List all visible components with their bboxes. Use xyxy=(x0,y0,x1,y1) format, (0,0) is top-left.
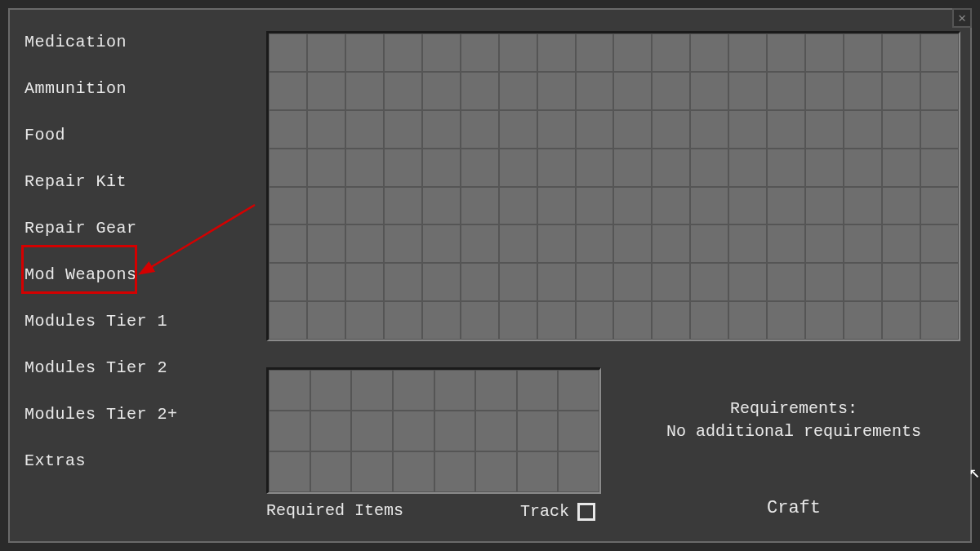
grid-cell[interactable] xyxy=(920,187,959,225)
grid-cell[interactable] xyxy=(690,187,728,225)
grid-cell[interactable] xyxy=(576,72,614,110)
grid-cell[interactable] xyxy=(805,263,844,301)
grid-cell[interactable] xyxy=(613,263,652,301)
grid-cell[interactable] xyxy=(310,451,352,492)
grid-cell[interactable] xyxy=(517,451,559,492)
grid-cell[interactable] xyxy=(422,72,461,110)
grid-cell[interactable] xyxy=(345,263,384,301)
grid-cell[interactable] xyxy=(728,187,767,225)
grid-cell[interactable] xyxy=(844,110,882,149)
grid-cell[interactable] xyxy=(728,33,767,72)
grid-cell[interactable] xyxy=(576,263,614,301)
grid-cell[interactable] xyxy=(690,263,728,301)
grid-cell[interactable] xyxy=(576,33,614,72)
track-checkbox[interactable] xyxy=(577,503,595,521)
grid-cell[interactable] xyxy=(351,370,393,411)
grid-cell[interactable] xyxy=(310,411,352,451)
grid-cell[interactable] xyxy=(384,301,422,340)
grid-cell[interactable] xyxy=(652,33,690,72)
grid-cell[interactable] xyxy=(461,110,499,149)
grid-cell[interactable] xyxy=(537,33,576,72)
grid-cell[interactable] xyxy=(844,72,882,110)
grid-cell[interactable] xyxy=(422,301,461,340)
grid-cell[interactable] xyxy=(844,301,882,340)
grid-cell[interactable] xyxy=(475,411,517,451)
grid-cell[interactable] xyxy=(422,33,461,72)
grid-cell[interactable] xyxy=(307,263,345,301)
grid-cell[interactable] xyxy=(576,110,614,149)
grid-cell[interactable] xyxy=(422,263,461,301)
grid-cell[interactable] xyxy=(728,263,767,301)
grid-cell[interactable] xyxy=(882,149,920,187)
grid-cell[interactable] xyxy=(882,301,920,340)
grid-cell[interactable] xyxy=(537,72,576,110)
grid-cell[interactable] xyxy=(461,149,499,187)
grid-cell[interactable] xyxy=(345,187,384,225)
grid-cell[interactable] xyxy=(499,263,537,301)
grid-cell[interactable] xyxy=(690,110,728,149)
grid-cell[interactable] xyxy=(613,187,652,225)
grid-cell[interactable] xyxy=(805,110,844,149)
grid-cell[interactable] xyxy=(384,110,422,149)
grid-cell[interactable] xyxy=(920,149,959,187)
recipe-grid[interactable] xyxy=(266,31,960,341)
grid-cell[interactable] xyxy=(345,149,384,187)
grid-cell[interactable] xyxy=(269,72,307,110)
grid-cell[interactable] xyxy=(652,110,690,149)
grid-cell[interactable] xyxy=(690,224,728,263)
grid-cell[interactable] xyxy=(805,224,844,263)
grid-cell[interactable] xyxy=(422,224,461,263)
grid-cell[interactable] xyxy=(652,72,690,110)
grid-cell[interactable] xyxy=(269,187,307,225)
grid-cell[interactable] xyxy=(461,187,499,225)
grid-cell[interactable] xyxy=(613,301,652,340)
grid-cell[interactable] xyxy=(690,301,728,340)
grid-cell[interactable] xyxy=(613,72,652,110)
grid-cell[interactable] xyxy=(652,263,690,301)
grid-cell[interactable] xyxy=(475,451,517,492)
grid-cell[interactable] xyxy=(307,187,345,225)
grid-cell[interactable] xyxy=(422,110,461,149)
grid-cell[interactable] xyxy=(499,149,537,187)
grid-cell[interactable] xyxy=(844,187,882,225)
grid-cell[interactable] xyxy=(558,411,599,451)
grid-cell[interactable] xyxy=(728,149,767,187)
grid-cell[interactable] xyxy=(384,224,422,263)
grid-cell[interactable] xyxy=(920,301,959,340)
sidebar-item-modules-tier-2plus[interactable]: Modules Tier 2+ xyxy=(21,403,234,425)
grid-cell[interactable] xyxy=(690,72,728,110)
grid-cell[interactable] xyxy=(384,187,422,225)
grid-cell[interactable] xyxy=(351,411,393,451)
grid-cell[interactable] xyxy=(434,451,476,492)
grid-cell[interactable] xyxy=(652,187,690,225)
grid-cell[interactable] xyxy=(499,110,537,149)
grid-cell[interactable] xyxy=(475,370,517,411)
grid-cell[interactable] xyxy=(920,224,959,263)
grid-cell[interactable] xyxy=(517,411,559,451)
grid-cell[interactable] xyxy=(393,411,434,451)
grid-cell[interactable] xyxy=(882,72,920,110)
sidebar-item-food[interactable]: Food xyxy=(21,124,234,146)
grid-cell[interactable] xyxy=(461,301,499,340)
sidebar-item-repair-gear[interactable]: Repair Gear xyxy=(21,217,234,239)
grid-cell[interactable] xyxy=(652,224,690,263)
grid-cell[interactable] xyxy=(537,110,576,149)
grid-cell[interactable] xyxy=(499,33,537,72)
grid-cell[interactable] xyxy=(461,33,499,72)
grid-cell[interactable] xyxy=(393,451,434,492)
grid-cell[interactable] xyxy=(767,224,805,263)
grid-cell[interactable] xyxy=(269,224,307,263)
grid-cell[interactable] xyxy=(690,149,728,187)
grid-cell[interactable] xyxy=(269,451,310,492)
grid-cell[interactable] xyxy=(384,33,422,72)
grid-cell[interactable] xyxy=(269,33,307,72)
grid-cell[interactable] xyxy=(805,149,844,187)
grid-cell[interactable] xyxy=(882,33,920,72)
grid-cell[interactable] xyxy=(351,451,393,492)
grid-cell[interactable] xyxy=(882,110,920,149)
grid-cell[interactable] xyxy=(767,33,805,72)
grid-cell[interactable] xyxy=(422,187,461,225)
grid-cell[interactable] xyxy=(269,263,307,301)
grid-cell[interactable] xyxy=(767,301,805,340)
grid-cell[interactable] xyxy=(728,224,767,263)
